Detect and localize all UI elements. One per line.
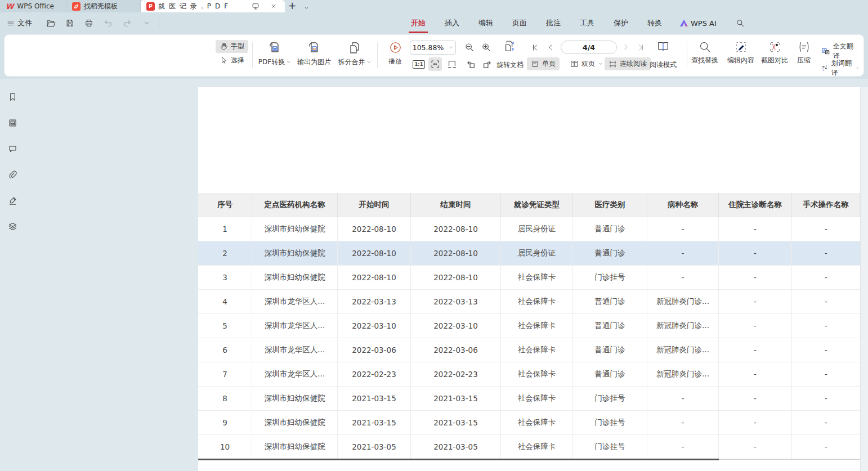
word-translate-button[interactable]: 划词翻译 <box>817 57 863 79</box>
comments-icon[interactable] <box>6 142 19 155</box>
last-page-button[interactable] <box>634 41 647 54</box>
redo-icon[interactable] <box>120 16 134 30</box>
first-page-button[interactable] <box>528 41 542 54</box>
pdf-convert-button[interactable]: PDF转换 <box>254 41 295 67</box>
fit-width-icon <box>430 59 440 69</box>
menu-tab-page[interactable]: 页面 <box>511 18 528 28</box>
menu-tab-protect[interactable]: 保护 <box>612 18 629 28</box>
rotate-doc-icon <box>503 39 517 53</box>
last-page-icon <box>637 43 645 52</box>
zoom-level-select[interactable]: 105.88% <box>410 41 456 55</box>
next-page-button[interactable] <box>619 41 633 54</box>
export-image-label: 输出为图片 <box>297 57 331 67</box>
ribbon-tabs: 开始 插入 编辑 页面 批注 工具 保护 转换 WPS AI <box>410 12 747 34</box>
read-mode-label[interactable]: 阅读模式 <box>650 60 677 70</box>
double-page-button[interactable]: 双页 <box>566 57 607 70</box>
screenshot-compare-label: 截图对比 <box>761 56 788 65</box>
table-cell: 居民身份证 <box>501 217 573 241</box>
table-cell: 深圳市龙华区人... <box>252 362 338 387</box>
split-merge-button[interactable]: 拆分合并 <box>333 41 376 67</box>
table-cell: - <box>792 266 860 290</box>
more-actions-chevron-icon[interactable] <box>140 16 153 30</box>
select-tool-label: 选择 <box>231 56 244 65</box>
fit-width-button[interactable] <box>428 57 442 71</box>
close-tab-icon[interactable] <box>267 0 280 13</box>
pdf-table: 序号定点医药机构名称开始时间结束时间就诊凭证类型医疗类别病种名称住院主诊断名称手… <box>198 193 860 459</box>
table-cell: - <box>719 362 792 387</box>
screenshot-compare-button[interactable]: 截图对比 <box>758 41 791 65</box>
compress-button[interactable]: 压缩 <box>791 41 816 65</box>
table-header-cell: 住院主诊断名称 <box>719 193 792 217</box>
vertical-scrollbar[interactable] <box>860 87 868 471</box>
select-tool-button[interactable]: 选择 <box>216 54 248 67</box>
divider <box>38 18 38 28</box>
table-cell: 新冠肺炎门诊... <box>647 362 719 387</box>
menu-tab-tools[interactable]: 工具 <box>579 18 596 28</box>
print-icon[interactable] <box>82 16 96 30</box>
rotate-left-button[interactable] <box>464 57 477 71</box>
menu-tab-edit[interactable]: 编辑 <box>477 18 494 28</box>
play-button[interactable]: 播放 <box>381 41 410 66</box>
pdf-convert-icon <box>267 41 282 55</box>
table-cell: 2022-08-10 <box>411 217 501 241</box>
bookmarks-icon[interactable] <box>6 90 19 104</box>
hamburger-icon <box>7 19 15 27</box>
signature-icon[interactable] <box>6 194 19 207</box>
edit-content-button[interactable]: 编辑内容 <box>724 41 758 65</box>
rotate-right-icon <box>482 59 493 69</box>
pdf-page[interactable]: 序号定点医药机构名称开始时间结束时间就诊凭证类型医疗类别病种名称住院主诊断名称手… <box>198 87 860 471</box>
tab-wps-office[interactable]: W WPS Office <box>0 0 66 12</box>
thumbnails-icon[interactable] <box>6 116 19 129</box>
table-cell: 2022-08-10 <box>338 217 411 241</box>
find-replace-label: 查找替换 <box>691 56 718 65</box>
table-cell: 7 <box>198 362 252 387</box>
wps-ai-button[interactable]: WPS AI <box>680 19 717 28</box>
layers-icon[interactable] <box>6 219 19 233</box>
menu-tab-convert[interactable]: 转换 <box>646 18 663 28</box>
menu-tab-comment[interactable]: 批注 <box>545 18 562 28</box>
table-cell: 4 <box>198 290 252 314</box>
table-cell: 1 <box>198 217 252 241</box>
file-menu-button[interactable]: 文件 <box>7 18 32 28</box>
table-cell: 2022-08-10 <box>411 241 501 266</box>
fit-page-icon <box>447 59 457 69</box>
single-page-button[interactable]: 单页 <box>527 57 560 70</box>
export-image-button[interactable]: 输出为图片 <box>293 41 335 67</box>
table-cell: - <box>792 338 860 362</box>
table-cell: 深圳市龙华区人... <box>252 290 338 314</box>
rotate-doc-label[interactable]: 旋转文档 <box>496 60 524 70</box>
double-page-label: 双页 <box>581 59 595 69</box>
prev-page-button[interactable] <box>544 41 557 54</box>
continuous-read-button[interactable]: 连续阅读 <box>605 57 651 70</box>
undo-icon[interactable] <box>101 16 115 30</box>
page-indicator-value: 4/4 <box>583 43 595 52</box>
menu-tab-home[interactable]: 开始 <box>410 18 427 28</box>
new-tab-button[interactable]: + <box>285 0 299 12</box>
fit-page-button[interactable] <box>445 57 459 71</box>
page-indicator-input[interactable]: 4/4 <box>561 41 617 54</box>
table-header-cell: 病种名称 <box>647 193 719 217</box>
save-icon[interactable] <box>63 16 77 30</box>
zoom-out-button[interactable] <box>463 41 476 54</box>
hand-tool-button[interactable]: 手型 <box>216 40 248 53</box>
open-file-icon[interactable] <box>44 16 57 30</box>
continuous-read-label: 连续阅读 <box>620 59 647 69</box>
tab-document-active[interactable]: P 就医记录.PDF <box>141 0 285 12</box>
projection-icon[interactable] <box>249 0 262 13</box>
menu-search-icon[interactable] <box>733 16 747 30</box>
tab-docer-templates[interactable]: 找稻壳模板 <box>66 0 141 12</box>
table-cell: - <box>647 435 719 459</box>
table-cell: - <box>719 314 792 338</box>
rotate-right-button[interactable] <box>481 57 494 71</box>
zoom-in-button[interactable] <box>480 41 493 54</box>
table-cell: 2 <box>198 241 252 266</box>
find-replace-button[interactable]: 查找替换 <box>688 41 722 65</box>
table-cell: - <box>792 290 860 314</box>
attachments-icon[interactable] <box>6 168 19 181</box>
cursor-icon <box>220 56 228 65</box>
menu-tab-insert[interactable]: 插入 <box>444 18 460 28</box>
table-header-cell: 医疗类别 <box>573 193 647 217</box>
single-page-label: 单页 <box>542 59 556 69</box>
actual-size-button[interactable]: 1:1 <box>412 57 426 71</box>
table-header-cell: 序号 <box>198 193 252 217</box>
